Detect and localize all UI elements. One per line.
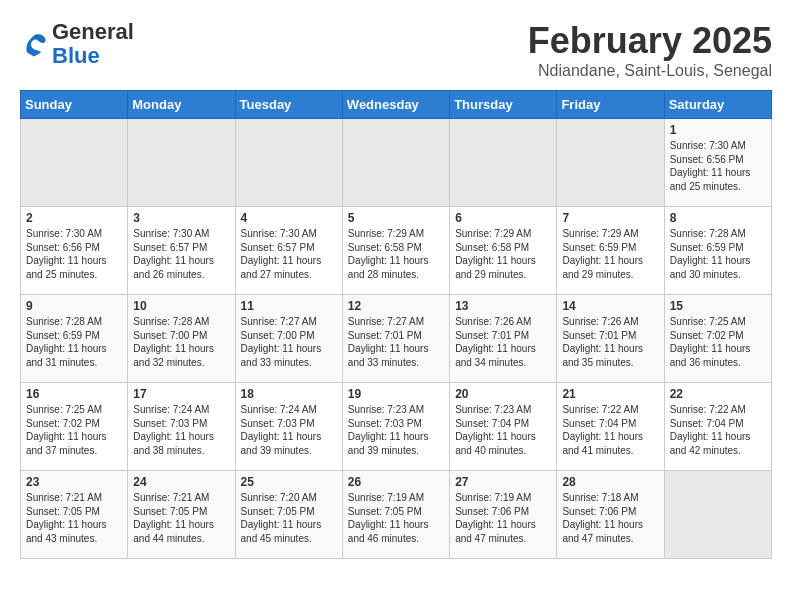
calendar-cell: 11Sunrise: 7:27 AMSunset: 7:00 PMDayligh… bbox=[235, 295, 342, 383]
day-number: 4 bbox=[241, 211, 337, 225]
calendar-cell: 24Sunrise: 7:21 AMSunset: 7:05 PMDayligh… bbox=[128, 471, 235, 559]
calendar-cell bbox=[450, 119, 557, 207]
day-number: 25 bbox=[241, 475, 337, 489]
calendar-cell: 12Sunrise: 7:27 AMSunset: 7:01 PMDayligh… bbox=[342, 295, 449, 383]
calendar-cell bbox=[342, 119, 449, 207]
day-number: 17 bbox=[133, 387, 229, 401]
week-row-4: 16Sunrise: 7:25 AMSunset: 7:02 PMDayligh… bbox=[21, 383, 772, 471]
day-number: 26 bbox=[348, 475, 444, 489]
calendar-cell: 20Sunrise: 7:23 AMSunset: 7:04 PMDayligh… bbox=[450, 383, 557, 471]
day-number: 15 bbox=[670, 299, 766, 313]
day-info: Sunrise: 7:30 AMSunset: 6:56 PMDaylight:… bbox=[26, 227, 122, 281]
calendar-cell: 10Sunrise: 7:28 AMSunset: 7:00 PMDayligh… bbox=[128, 295, 235, 383]
day-number: 5 bbox=[348, 211, 444, 225]
day-number: 7 bbox=[562, 211, 658, 225]
calendar-cell: 15Sunrise: 7:25 AMSunset: 7:02 PMDayligh… bbox=[664, 295, 771, 383]
calendar-cell: 13Sunrise: 7:26 AMSunset: 7:01 PMDayligh… bbox=[450, 295, 557, 383]
week-row-5: 23Sunrise: 7:21 AMSunset: 7:05 PMDayligh… bbox=[21, 471, 772, 559]
calendar-cell: 5Sunrise: 7:29 AMSunset: 6:58 PMDaylight… bbox=[342, 207, 449, 295]
day-info: Sunrise: 7:28 AMSunset: 7:00 PMDaylight:… bbox=[133, 315, 229, 369]
day-number: 24 bbox=[133, 475, 229, 489]
weekday-header-row: SundayMondayTuesdayWednesdayThursdayFrid… bbox=[21, 91, 772, 119]
weekday-header-monday: Monday bbox=[128, 91, 235, 119]
day-info: Sunrise: 7:20 AMSunset: 7:05 PMDaylight:… bbox=[241, 491, 337, 545]
day-number: 14 bbox=[562, 299, 658, 313]
calendar-cell: 2Sunrise: 7:30 AMSunset: 6:56 PMDaylight… bbox=[21, 207, 128, 295]
day-number: 6 bbox=[455, 211, 551, 225]
calendar-cell bbox=[128, 119, 235, 207]
weekday-header-thursday: Thursday bbox=[450, 91, 557, 119]
calendar-cell: 3Sunrise: 7:30 AMSunset: 6:57 PMDaylight… bbox=[128, 207, 235, 295]
day-info: Sunrise: 7:30 AMSunset: 6:56 PMDaylight:… bbox=[670, 139, 766, 193]
day-info: Sunrise: 7:25 AMSunset: 7:02 PMDaylight:… bbox=[670, 315, 766, 369]
calendar-cell: 6Sunrise: 7:29 AMSunset: 6:58 PMDaylight… bbox=[450, 207, 557, 295]
calendar-table: SundayMondayTuesdayWednesdayThursdayFrid… bbox=[20, 90, 772, 559]
day-info: Sunrise: 7:29 AMSunset: 6:58 PMDaylight:… bbox=[348, 227, 444, 281]
week-row-2: 2Sunrise: 7:30 AMSunset: 6:56 PMDaylight… bbox=[21, 207, 772, 295]
day-info: Sunrise: 7:23 AMSunset: 7:03 PMDaylight:… bbox=[348, 403, 444, 457]
weekday-header-tuesday: Tuesday bbox=[235, 91, 342, 119]
day-info: Sunrise: 7:29 AMSunset: 6:58 PMDaylight:… bbox=[455, 227, 551, 281]
weekday-header-saturday: Saturday bbox=[664, 91, 771, 119]
day-number: 10 bbox=[133, 299, 229, 313]
title-block: February 2025 Ndiandane, Saint-Louis, Se… bbox=[528, 20, 772, 80]
calendar-cell bbox=[235, 119, 342, 207]
calendar-cell: 4Sunrise: 7:30 AMSunset: 6:57 PMDaylight… bbox=[235, 207, 342, 295]
calendar-cell: 19Sunrise: 7:23 AMSunset: 7:03 PMDayligh… bbox=[342, 383, 449, 471]
day-number: 21 bbox=[562, 387, 658, 401]
day-info: Sunrise: 7:19 AMSunset: 7:05 PMDaylight:… bbox=[348, 491, 444, 545]
day-number: 27 bbox=[455, 475, 551, 489]
day-number: 22 bbox=[670, 387, 766, 401]
day-info: Sunrise: 7:26 AMSunset: 7:01 PMDaylight:… bbox=[455, 315, 551, 369]
logo-general-text: General bbox=[52, 19, 134, 44]
day-number: 20 bbox=[455, 387, 551, 401]
day-info: Sunrise: 7:24 AMSunset: 7:03 PMDaylight:… bbox=[241, 403, 337, 457]
weekday-header-sunday: Sunday bbox=[21, 91, 128, 119]
weekday-header-wednesday: Wednesday bbox=[342, 91, 449, 119]
calendar-cell bbox=[664, 471, 771, 559]
calendar-cell: 14Sunrise: 7:26 AMSunset: 7:01 PMDayligh… bbox=[557, 295, 664, 383]
calendar-subtitle: Ndiandane, Saint-Louis, Senegal bbox=[528, 62, 772, 80]
day-number: 18 bbox=[241, 387, 337, 401]
calendar-cell: 1Sunrise: 7:30 AMSunset: 6:56 PMDaylight… bbox=[664, 119, 771, 207]
day-info: Sunrise: 7:19 AMSunset: 7:06 PMDaylight:… bbox=[455, 491, 551, 545]
day-number: 28 bbox=[562, 475, 658, 489]
logo: General Blue bbox=[20, 20, 134, 68]
week-row-3: 9Sunrise: 7:28 AMSunset: 6:59 PMDaylight… bbox=[21, 295, 772, 383]
day-number: 9 bbox=[26, 299, 122, 313]
day-number: 19 bbox=[348, 387, 444, 401]
day-info: Sunrise: 7:18 AMSunset: 7:06 PMDaylight:… bbox=[562, 491, 658, 545]
day-number: 13 bbox=[455, 299, 551, 313]
day-info: Sunrise: 7:29 AMSunset: 6:59 PMDaylight:… bbox=[562, 227, 658, 281]
calendar-cell: 22Sunrise: 7:22 AMSunset: 7:04 PMDayligh… bbox=[664, 383, 771, 471]
day-info: Sunrise: 7:30 AMSunset: 6:57 PMDaylight:… bbox=[241, 227, 337, 281]
day-info: Sunrise: 7:28 AMSunset: 6:59 PMDaylight:… bbox=[26, 315, 122, 369]
day-info: Sunrise: 7:25 AMSunset: 7:02 PMDaylight:… bbox=[26, 403, 122, 457]
day-info: Sunrise: 7:27 AMSunset: 7:00 PMDaylight:… bbox=[241, 315, 337, 369]
day-info: Sunrise: 7:21 AMSunset: 7:05 PMDaylight:… bbox=[133, 491, 229, 545]
calendar-cell: 7Sunrise: 7:29 AMSunset: 6:59 PMDaylight… bbox=[557, 207, 664, 295]
day-number: 1 bbox=[670, 123, 766, 137]
day-number: 16 bbox=[26, 387, 122, 401]
day-number: 11 bbox=[241, 299, 337, 313]
day-info: Sunrise: 7:23 AMSunset: 7:04 PMDaylight:… bbox=[455, 403, 551, 457]
day-number: 23 bbox=[26, 475, 122, 489]
day-number: 12 bbox=[348, 299, 444, 313]
calendar-cell bbox=[21, 119, 128, 207]
logo-bird-icon bbox=[20, 30, 48, 58]
day-info: Sunrise: 7:24 AMSunset: 7:03 PMDaylight:… bbox=[133, 403, 229, 457]
day-info: Sunrise: 7:22 AMSunset: 7:04 PMDaylight:… bbox=[562, 403, 658, 457]
calendar-cell: 26Sunrise: 7:19 AMSunset: 7:05 PMDayligh… bbox=[342, 471, 449, 559]
day-number: 3 bbox=[133, 211, 229, 225]
calendar-cell: 9Sunrise: 7:28 AMSunset: 6:59 PMDaylight… bbox=[21, 295, 128, 383]
calendar-cell: 25Sunrise: 7:20 AMSunset: 7:05 PMDayligh… bbox=[235, 471, 342, 559]
page-header: General Blue February 2025 Ndiandane, Sa… bbox=[20, 20, 772, 80]
calendar-cell: 16Sunrise: 7:25 AMSunset: 7:02 PMDayligh… bbox=[21, 383, 128, 471]
calendar-cell: 18Sunrise: 7:24 AMSunset: 7:03 PMDayligh… bbox=[235, 383, 342, 471]
day-info: Sunrise: 7:22 AMSunset: 7:04 PMDaylight:… bbox=[670, 403, 766, 457]
calendar-cell: 28Sunrise: 7:18 AMSunset: 7:06 PMDayligh… bbox=[557, 471, 664, 559]
day-number: 8 bbox=[670, 211, 766, 225]
calendar-cell bbox=[557, 119, 664, 207]
day-info: Sunrise: 7:21 AMSunset: 7:05 PMDaylight:… bbox=[26, 491, 122, 545]
day-info: Sunrise: 7:27 AMSunset: 7:01 PMDaylight:… bbox=[348, 315, 444, 369]
